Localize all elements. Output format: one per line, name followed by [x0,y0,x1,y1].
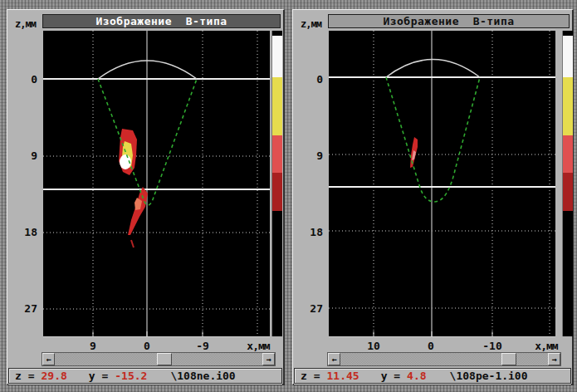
x-axis-label: x,мм [528,340,565,352]
status-filename: \108ne.i00 [170,370,235,382]
x-tick-0: 0 [413,340,449,352]
colorbar-level-yellow [563,77,573,135]
status-z-label: z = [301,370,320,382]
status-filename: \108pe-1.i00 [450,370,528,382]
x-tick-m9: -9 [184,340,221,352]
colorbar-level-darkred [272,173,282,211]
scrollbar-track[interactable] [340,353,548,365]
status-bar: z = 29.8 y = -15.2 \108ne.i00 [8,368,282,384]
bscan-window-right: Изображение В-типа z,мм [292,9,574,385]
bscan-window-left: Изображение В-типа z,мм [7,9,285,385]
colorbar-level-darkred [563,173,573,211]
scrollbar-thumb[interactable] [501,353,516,365]
bscan-plot[interactable] [43,31,270,337]
x-axis-label: x,мм [240,340,276,352]
z-tick-18: 18 [296,227,323,238]
x-tick-10: 10 [355,340,392,352]
status-y-value: -15.2 [115,370,147,382]
scrollbar-thumb[interactable] [157,353,172,365]
status-z-value: 11.45 [326,370,359,382]
left-arrow-icon: ← [331,355,336,364]
status-y-value: 4.8 [407,370,426,382]
x-position-scrollbar[interactable]: ← → [42,352,276,366]
status-bar: z = 11.45 y = 4.8 \108pe-1.i00 [294,368,571,384]
scroll-right-button[interactable]: → [262,353,275,365]
z-tick-0: 0 [296,74,323,86]
amplitude-colorbar [562,31,573,336]
bscan-plot[interactable] [329,31,555,337]
x-position-scrollbar[interactable]: ← → [327,352,561,366]
colorbar-level-white [563,36,573,77]
z-tick-18: 18 [11,227,37,238]
bscan-image [43,31,270,336]
status-y-label: y = [89,370,108,382]
right-arrow-icon: → [551,355,556,364]
status-z-value: 29.8 [41,370,66,382]
scroll-left-button[interactable]: ← [42,353,55,365]
colorbar-level-red [272,135,282,173]
x-tick-9: 9 [75,340,111,352]
scrollbar-track[interactable] [55,353,262,365]
window-title: Изображение В-типа [95,15,227,27]
status-z-label: z = [15,370,34,382]
right-arrow-icon: → [266,355,271,364]
colorbar-level-red [563,135,573,173]
z-axis-label: z,мм [15,18,36,30]
colorbar-level-yellow [272,77,282,135]
z-axis-label: z,мм [301,18,321,30]
z-tick-27: 27 [296,303,323,315]
left-arrow-icon: ← [46,355,51,364]
amplitude-colorbar [271,31,282,336]
z-tick-0: 0 [11,74,37,86]
bscan-image [329,31,555,336]
window-title: Изображение В-типа [383,15,514,27]
z-tick-27: 27 [11,303,37,315]
x-tick-m10: -10 [474,340,511,352]
scroll-right-button[interactable]: → [548,353,560,365]
x-tick-0: 0 [129,340,165,352]
colorbar-level-white [272,36,282,77]
scroll-left-button[interactable]: ← [328,353,340,365]
z-tick-9: 9 [296,150,323,162]
window-titlebar[interactable]: Изображение В-типа [328,14,570,28]
z-tick-9: 9 [11,150,37,162]
status-y-label: y = [381,370,400,382]
window-titlebar[interactable]: Изображение В-типа [42,14,281,28]
